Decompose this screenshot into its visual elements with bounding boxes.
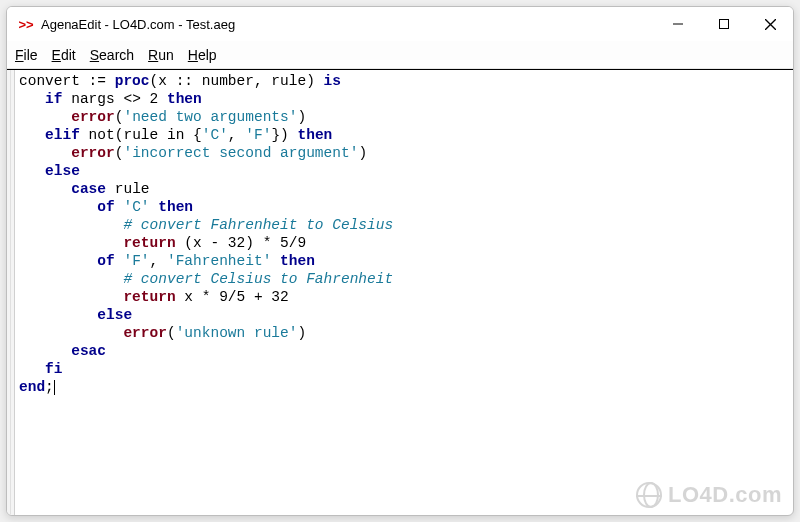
gutter [7, 70, 15, 515]
close-icon [765, 19, 776, 30]
window-title: AgenaEdit - LO4D.com - Test.aeg [41, 17, 655, 32]
titlebar[interactable]: >> AgenaEdit - LO4D.com - Test.aeg [7, 7, 793, 41]
window-controls [655, 7, 793, 41]
maximize-button[interactable] [701, 7, 747, 41]
app-icon: >> [17, 15, 35, 33]
menu-search[interactable]: Search [90, 47, 134, 63]
close-button[interactable] [747, 7, 793, 41]
menu-run[interactable]: Run [148, 47, 174, 63]
maximize-icon [719, 19, 729, 29]
minimize-icon [673, 19, 683, 29]
text-cursor [54, 380, 55, 395]
editor-area: convert := proc(x :: number, rule) is if… [7, 69, 793, 515]
minimize-button[interactable] [655, 7, 701, 41]
app-window: >> AgenaEdit - LO4D.com - Test.aeg File … [6, 6, 794, 516]
menu-help[interactable]: Help [188, 47, 217, 63]
svg-rect-1 [720, 20, 729, 29]
menu-file[interactable]: File [15, 47, 38, 63]
menubar: File Edit Search Run Help [7, 41, 793, 69]
menu-edit[interactable]: Edit [52, 47, 76, 63]
code-editor[interactable]: convert := proc(x :: number, rule) is if… [15, 70, 793, 515]
